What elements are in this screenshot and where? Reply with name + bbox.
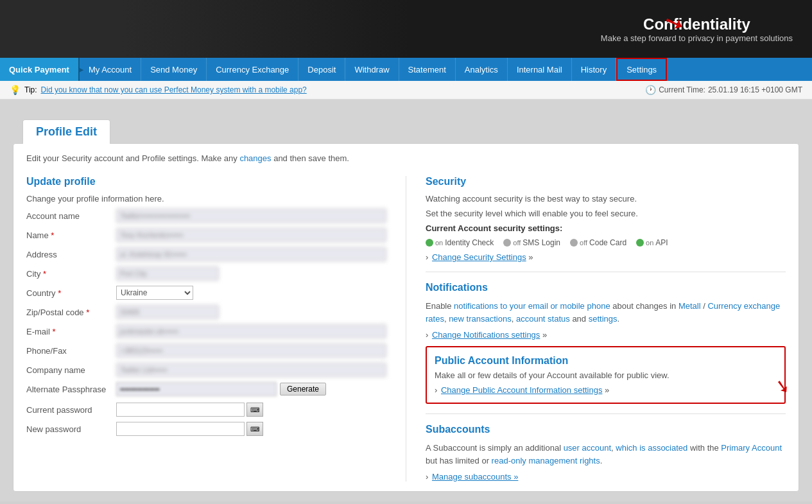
manage-subaccounts-link[interactable]: Manage subaccounts »	[432, 472, 518, 482]
nav-quick-payment[interactable]: Quick Payment	[0, 58, 80, 81]
header-text: Confidentiality Make a step forward to p…	[601, 15, 793, 43]
change-public-link[interactable]: Change Public Account Information settin…	[441, 385, 602, 395]
notifications-email-link[interactable]: notifications to your email or mobile ph…	[454, 301, 610, 311]
field-current-password: Current password ⌨	[26, 403, 386, 417]
current-password-input[interactable]	[116, 403, 245, 417]
subaccounts-which-link[interactable]: which is associated	[616, 443, 687, 453]
notifications-account-link[interactable]: account status	[516, 314, 570, 324]
security-desc1: Watching account security is the best wa…	[426, 194, 786, 204]
subaccounts-desc: A Subaccount is simply an additional use…	[426, 442, 786, 467]
subaccounts-readonly-link[interactable]: read-only management rights	[492, 456, 600, 465]
site-subtitle: Make a step forward to privacy in paymen…	[601, 33, 793, 43]
nav-send-money[interactable]: Send Money	[141, 58, 207, 81]
change-notifications-row: › Change Notifications settings »	[426, 330, 786, 340]
nav-deposit[interactable]: Deposit	[298, 58, 345, 81]
dot-api	[636, 239, 644, 247]
label-code-card: Code Card	[589, 238, 626, 247]
profile-desc: Change your profile information here.	[26, 194, 386, 204]
state-sms-login: off	[513, 239, 521, 247]
time-label: Current Time:	[659, 85, 705, 94]
public-account-title: Public Account Information	[435, 355, 777, 367]
status-code-card: off Code Card	[570, 238, 626, 247]
change-security-row: › Change Security Settings »	[426, 252, 786, 262]
annotation-arrow-public: ➘	[773, 374, 791, 397]
value-phone: +380123••••••	[116, 343, 386, 358]
divider-2	[426, 413, 786, 414]
change-notifications-link[interactable]: Change Notifications settings	[432, 330, 540, 340]
chevron-notifications: ›	[426, 330, 428, 340]
header-banner: ➘ Confidentiality Make a step forward to…	[0, 0, 812, 58]
site-title: Confidentiality	[601, 15, 793, 33]
value-zip: 33405	[116, 305, 219, 319]
value-account-name: Twitter••••••••••••••••••••	[116, 209, 386, 223]
new-password-input[interactable]	[116, 422, 245, 436]
change-public-row: › Change Public Account Information sett…	[435, 385, 777, 395]
nav-my-account[interactable]: My Account	[80, 58, 141, 81]
content-panel: Edit your Security account and Profile s…	[13, 143, 799, 492]
notifications-title: Notifications	[426, 282, 786, 293]
label-phone: Phone/Fax	[26, 346, 116, 356]
passphrase-input[interactable]	[116, 382, 277, 396]
notifications-tx-link[interactable]: new transactions	[449, 314, 512, 324]
tip-bar: 💡 Tip: Did you know that now you can use…	[0, 81, 812, 100]
field-phone: Phone/Fax +380123••••••	[26, 343, 386, 358]
field-email: E-mail * junkmaster.ok••••••	[26, 324, 386, 338]
field-account-name: Account name Twitter••••••••••••••••••••	[26, 209, 386, 223]
label-country: Country *	[26, 288, 116, 298]
public-account-desc: Make all or few details of your Account …	[435, 370, 777, 380]
new-password-keyboard[interactable]: ⌨	[246, 422, 263, 436]
changes-link[interactable]: changes	[239, 153, 271, 163]
notifications-section: Notifications Enable notifications to yo…	[426, 282, 786, 340]
tip-icon: 💡	[10, 85, 21, 95]
security-suffix: »	[528, 252, 533, 262]
dot-sms-login	[503, 239, 511, 247]
nav-internal-mail[interactable]: Internal Mail	[508, 58, 572, 81]
tip-left: 💡 Tip: Did you know that now you can use…	[10, 85, 307, 95]
dot-code-card	[570, 239, 578, 247]
dot-identity-check	[426, 239, 433, 247]
time-value: 25.01.19 16:15 +0100 GMT	[708, 85, 802, 94]
notifications-settings-link[interactable]: settings	[589, 314, 618, 324]
required-star: *	[51, 230, 54, 240]
profile-tab-label: Profile Edit	[36, 125, 97, 138]
left-column: Update profile Change your profile infor…	[26, 176, 386, 482]
nav-history[interactable]: History	[572, 58, 616, 81]
label-current-password: Current password	[26, 405, 116, 415]
security-desc2: Set the security level which will enable…	[426, 209, 786, 218]
two-col-layout: Update profile Change your profile infor…	[26, 176, 786, 482]
label-email: E-mail *	[26, 327, 116, 336]
required-star: *	[52, 327, 55, 336]
clock-icon: 🕐	[645, 85, 656, 95]
field-city: City * Port City	[26, 266, 386, 281]
label-account-name: Account name	[26, 211, 116, 221]
nav-analytics[interactable]: Analytics	[456, 58, 508, 81]
notifications-desc: Enable notifications to your email or mo…	[426, 300, 786, 325]
subaccounts-user-link[interactable]: user account	[564, 443, 611, 453]
nav-statement[interactable]: Statement	[399, 58, 456, 81]
tip-link[interactable]: Did you know that now you can use Perfec…	[41, 85, 307, 94]
label-address: Address	[26, 250, 116, 259]
change-security-link[interactable]: Change Security Settings	[432, 252, 526, 262]
subaccounts-section: Subaccounts A Subaccount is simply an ad…	[426, 424, 786, 482]
value-address: ul. Kotelnicay 91••••••	[116, 247, 386, 261]
generate-button[interactable]: Generate	[280, 383, 326, 395]
label-api: API	[655, 238, 668, 247]
nav-currency-exchange[interactable]: Currency Exchange	[207, 58, 298, 81]
password-section: Current password ⌨ New password ⌨	[26, 403, 386, 436]
current-password-keyboard[interactable]: ⌨	[246, 403, 263, 417]
main-content: Profile Edit Edit your Security account …	[0, 100, 812, 501]
status-sms-login: off SMS Login	[503, 238, 560, 247]
label-identity-check: Identity Check	[445, 238, 494, 247]
nav-settings[interactable]: Settings	[616, 58, 667, 81]
chevron-security: ›	[426, 252, 428, 262]
update-profile-title: Update profile	[26, 176, 386, 187]
nav-withdraw[interactable]: Withdraw	[345, 58, 399, 81]
chevron-subaccounts: ›	[426, 472, 428, 482]
state-api: on	[646, 239, 653, 247]
state-code-card: off	[580, 239, 587, 247]
notifications-metall-link[interactable]: Metall	[678, 301, 701, 311]
label-new-password: New password	[26, 424, 116, 434]
panel-intro: Edit your Security account and Profile s…	[26, 153, 786, 163]
select-country[interactable]: Ukraine	[116, 286, 193, 300]
subaccounts-primary-link[interactable]: Primary Account	[721, 443, 782, 453]
